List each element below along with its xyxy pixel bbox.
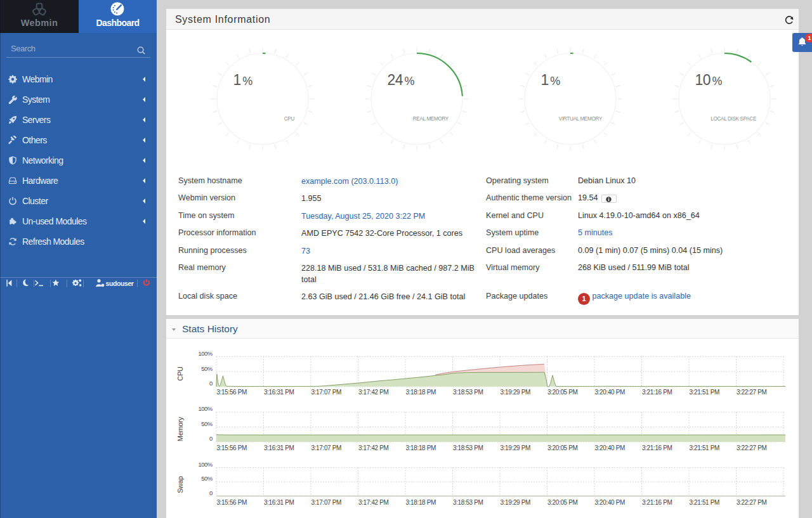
svg-text:24%: 24%: [387, 71, 414, 87]
svg-text:3:18:53 PM: 3:18:53 PM: [453, 499, 483, 506]
svg-text:0: 0: [209, 489, 213, 496]
svg-text:3:15:56 PM: 3:15:56 PM: [216, 499, 247, 506]
svg-text:3:19:29 PM: 3:19:29 PM: [500, 499, 530, 506]
svg-text:3:19:29 PM: 3:19:29 PM: [500, 444, 530, 451]
svg-text:REAL MEMORY: REAL MEMORY: [412, 115, 449, 121]
svg-text:10%: 10%: [695, 71, 722, 87]
svg-text:3:20:40 PM: 3:20:40 PM: [594, 389, 625, 396]
svg-text:3:17:42 PM: 3:17:42 PM: [358, 499, 389, 506]
svg-text:3:19:29 PM: 3:19:29 PM: [500, 389, 530, 396]
svg-text:3:18:18 PM: 3:18:18 PM: [405, 389, 436, 396]
svg-text:3:18:18 PM: 3:18:18 PM: [405, 444, 436, 451]
svg-text:3:17:07 PM: 3:17:07 PM: [311, 499, 341, 506]
svg-text:3:21:16 PM: 3:21:16 PM: [642, 444, 672, 451]
svg-text:3:22:27 PM: 3:22:27 PM: [737, 499, 767, 506]
svg-text:0: 0: [209, 435, 213, 442]
svg-text:0: 0: [209, 380, 213, 387]
svg-text:CPU: CPU: [284, 115, 295, 121]
svg-text:3:20:40 PM: 3:20:40 PM: [594, 444, 625, 451]
svg-text:100%: 100%: [198, 461, 213, 468]
svg-text:100%: 100%: [198, 350, 213, 357]
svg-text:1%: 1%: [541, 71, 561, 87]
svg-text:LOCAL DISK SPACE: LOCAL DISK SPACE: [710, 115, 757, 121]
svg-text:3:18:18 PM: 3:18:18 PM: [405, 499, 436, 506]
svg-text:50%: 50%: [201, 420, 213, 427]
svg-text:VIRTUAL MEMORY: VIRTUAL MEMORY: [559, 115, 603, 121]
svg-text:3:15:56 PM: 3:15:56 PM: [216, 444, 247, 451]
svg-text:3:15:56 PM: 3:15:56 PM: [216, 389, 247, 396]
svg-text:3:16:31 PM: 3:16:31 PM: [264, 499, 294, 506]
svg-text:Swap: Swap: [176, 476, 184, 493]
svg-text:3:16:31 PM: 3:16:31 PM: [264, 444, 294, 451]
svg-text:CPU: CPU: [176, 366, 184, 381]
svg-text:3:21:51 PM: 3:21:51 PM: [689, 499, 719, 506]
svg-text:100%: 100%: [198, 405, 213, 412]
svg-text:Memory: Memory: [176, 417, 184, 441]
svg-text:3:22:27 PM: 3:22:27 PM: [737, 389, 767, 396]
svg-text:3:20:05 PM: 3:20:05 PM: [547, 389, 578, 396]
svg-text:50%: 50%: [201, 365, 213, 372]
svg-text:3:17:42 PM: 3:17:42 PM: [358, 444, 389, 451]
svg-text:3:21:16 PM: 3:21:16 PM: [642, 499, 672, 506]
svg-text:3:21:16 PM: 3:21:16 PM: [642, 389, 672, 396]
svg-text:3:17:07 PM: 3:17:07 PM: [311, 444, 341, 451]
svg-text:3:20:40 PM: 3:20:40 PM: [594, 499, 625, 506]
svg-text:3:18:53 PM: 3:18:53 PM: [453, 444, 483, 451]
svg-text:3:16:31 PM: 3:16:31 PM: [264, 389, 294, 396]
svg-text:3:21:51 PM: 3:21:51 PM: [689, 444, 719, 451]
svg-text:3:17:42 PM: 3:17:42 PM: [358, 389, 389, 396]
svg-text:3:18:53 PM: 3:18:53 PM: [453, 389, 483, 396]
svg-text:50%: 50%: [201, 475, 213, 482]
svg-text:1%: 1%: [233, 71, 253, 87]
svg-text:3:20:05 PM: 3:20:05 PM: [547, 499, 578, 506]
svg-text:3:21:51 PM: 3:21:51 PM: [689, 389, 719, 396]
svg-text:3:17:07 PM: 3:17:07 PM: [311, 389, 341, 396]
svg-text:3:22:27 PM: 3:22:27 PM: [737, 444, 767, 451]
svg-text:3:20:05 PM: 3:20:05 PM: [547, 444, 578, 451]
